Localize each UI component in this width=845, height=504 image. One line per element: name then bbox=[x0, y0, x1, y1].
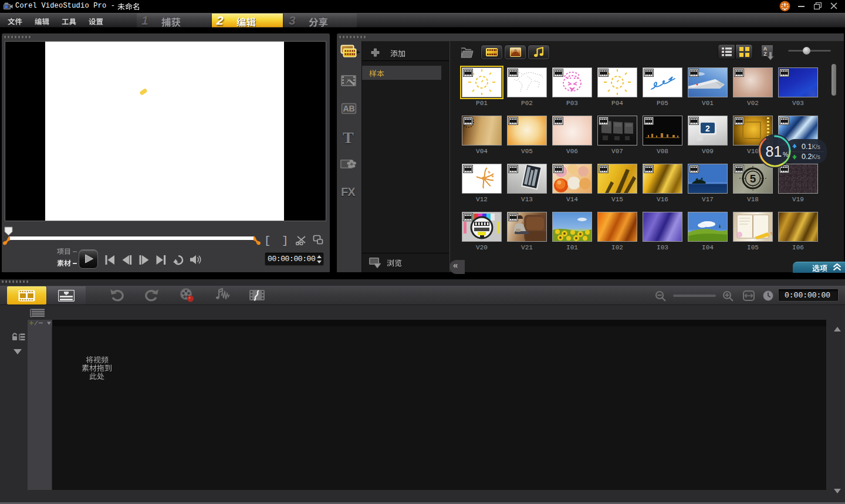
svg-text:0.2K/s: 0.2K/s bbox=[802, 153, 820, 161]
svg-text:%: % bbox=[783, 151, 788, 158]
svg-text:5: 5 bbox=[750, 172, 756, 185]
svg-text:AB: AB bbox=[343, 104, 354, 113]
svg-text:A: A bbox=[763, 46, 768, 52]
svg-text:Z: Z bbox=[763, 51, 767, 57]
svg-text:81: 81 bbox=[766, 143, 782, 160]
svg-text:2: 2 bbox=[705, 124, 710, 133]
svg-text:0.1K/s: 0.1K/s bbox=[802, 143, 820, 151]
